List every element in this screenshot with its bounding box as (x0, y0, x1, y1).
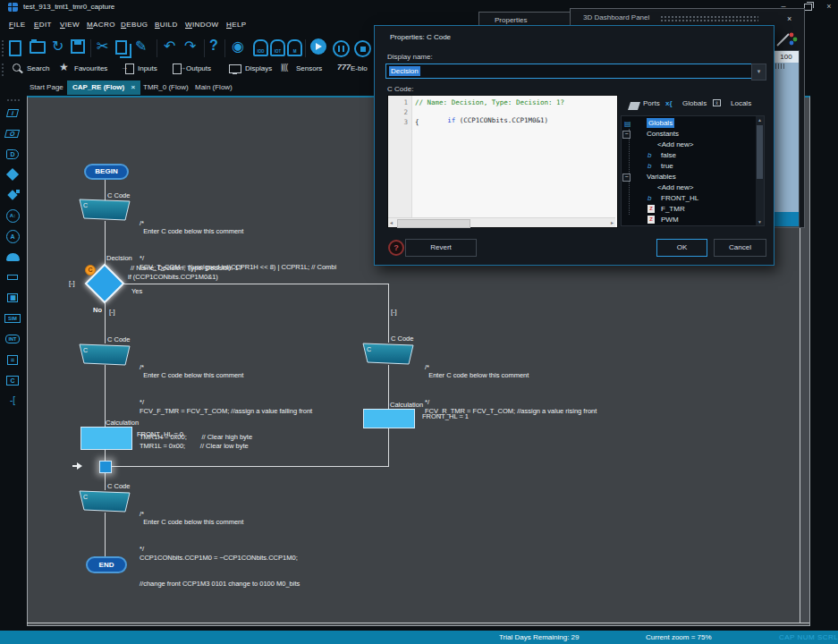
tree-item-globals[interactable]: ▤ Globals (622, 118, 764, 128)
dashboard-gauge[interactable]: 100 (773, 50, 800, 227)
eblocks-button[interactable]: E-blo (351, 64, 368, 72)
cut-icon[interactable]: ✂ (97, 38, 108, 59)
tree-item-true[interactable]: b true (622, 161, 764, 171)
menu-edit[interactable]: EDIT (34, 21, 52, 29)
tab-cap-re-flow[interactable]: CAP_RE (Flow) × (67, 80, 140, 95)
tab-main-flow[interactable]: Main (Flow) (195, 80, 233, 95)
revert-help-icon[interactable]: ? (388, 240, 404, 256)
tree-item-add-variable[interactable]: <Add new> (622, 182, 764, 192)
menu-build[interactable]: BUILD (155, 21, 178, 29)
outputs-icon[interactable]: → (173, 64, 182, 74)
calculation-block-left[interactable] (80, 427, 132, 450)
begin-block[interactable]: BEGIN (84, 164, 129, 180)
menu-window[interactable]: WINDOW (185, 21, 219, 29)
cancel-button[interactable]: Cancel (714, 239, 766, 257)
shape-output-icon[interactable]: O (3, 124, 22, 142)
displays-icon[interactable] (229, 64, 241, 73)
restore-button[interactable] (804, 4, 812, 11)
display-name-dropdown[interactable]: ▾ (751, 64, 766, 80)
breakpoint-badge[interactable]: C (85, 265, 96, 275)
redo-icon[interactable]: ↷ (184, 38, 196, 59)
tree-item-false[interactable]: b false (622, 150, 764, 160)
shape-component-macro-icon[interactable] (3, 268, 22, 286)
shape-macro-icon[interactable] (3, 248, 22, 266)
c-glyph: C (83, 202, 88, 208)
favourites-star-icon[interactable]: ★ (59, 61, 69, 73)
shape-input-icon[interactable]: I (3, 104, 22, 122)
shape-ccode-icon[interactable]: C (3, 371, 22, 389)
tab-locals[interactable]: Locals (731, 99, 751, 107)
inputs-button[interactable]: Inputs (138, 64, 157, 72)
help-icon[interactable]: ? (209, 38, 218, 59)
collapse-icon[interactable]: − (622, 131, 631, 139)
undo-icon[interactable]: ↶ (164, 38, 175, 59)
tab-tmr0-flow[interactable]: TMR_0 (Flow) (143, 80, 189, 95)
merge-junction[interactable] (99, 461, 112, 473)
revert-button[interactable]: Revert (405, 239, 477, 257)
sensors-icon[interactable]: |((( (281, 63, 287, 72)
style-brush-icon[interactable] (775, 30, 798, 48)
sensors-button[interactable]: Sensors (296, 64, 322, 72)
editor-hscrollbar[interactable]: ◂ ▸ (388, 217, 615, 227)
tree-scrollbar[interactable]: ▲ ▼ (756, 116, 764, 225)
tree-item-f-tmr[interactable]: Z F_TMR (622, 204, 764, 214)
paste-icon[interactable]: ✎ (135, 38, 147, 59)
toolbar-grip[interactable] (1, 39, 5, 57)
inputs-icon[interactable]: → (125, 64, 134, 74)
shape-sim-icon[interactable]: SIM (3, 309, 22, 327)
tree-item-add-constant[interactable]: <Add new> (622, 140, 764, 149)
tab-globals[interactable]: Globals (682, 99, 707, 107)
tree-item-pwm[interactable]: Z PWM (622, 215, 764, 225)
menu-view[interactable]: VIEW (60, 21, 80, 29)
toolbar-grip-2[interactable] (1, 63, 5, 77)
shape-connection-icon[interactable]: A: (3, 207, 22, 225)
tree-item-front-hl[interactable]: b FRONT_HL (622, 193, 764, 203)
collapse-marker[interactable]: [-] (69, 279, 75, 287)
view-icon[interactable]: ◉ (232, 38, 244, 59)
scroll-up-icon[interactable]: ▲ (756, 117, 764, 123)
menu-help[interactable]: HELP (226, 21, 247, 29)
scroll-thumb[interactable] (757, 125, 763, 179)
eblocks-icon[interactable]: 777 (337, 63, 351, 72)
favourites-button[interactable]: Favourites (74, 64, 107, 72)
menu-macro[interactable]: MACRO (87, 21, 115, 29)
search-button[interactable]: Search (27, 64, 49, 72)
gauge-value: 100 (774, 51, 799, 63)
tab-start-page[interactable]: Start Page (30, 80, 63, 95)
properties-dialog[interactable]: Properties: C Code Display name: Decisio… (374, 25, 775, 266)
shape-goto-icon[interactable]: A (3, 227, 22, 245)
menu-file[interactable]: FILE (9, 21, 26, 29)
scroll-thumb[interactable] (397, 219, 470, 228)
displays-button[interactable]: Displays (245, 64, 272, 72)
shape-calc-box-icon[interactable]: = (3, 351, 22, 369)
shape-switch-icon[interactable] (3, 186, 22, 204)
shape-comment-icon[interactable]: -[ (3, 391, 22, 409)
tree-item-constants[interactable]: − Constants (622, 129, 764, 139)
collapse-marker[interactable]: [-] (109, 308, 115, 316)
collapse-icon[interactable]: − (622, 174, 631, 182)
shape-decision-icon[interactable] (3, 165, 22, 183)
ok-button[interactable]: OK (656, 239, 707, 257)
calculation-block-right[interactable] (363, 409, 415, 428)
tab-ports[interactable]: Ports (643, 99, 660, 107)
scroll-left-icon[interactable]: ◂ (390, 218, 393, 227)
scroll-right-icon[interactable]: ▸ (611, 218, 614, 227)
tree-item-variables[interactable]: − Variables (622, 172, 764, 182)
dashboard-close-icon[interactable]: × (787, 14, 791, 23)
shape-toolbar-grip[interactable] (6, 98, 21, 102)
variables-tree[interactable]: ▤ Globals − Constants <Add new> b false … (621, 115, 765, 226)
display-name-input[interactable]: Decision (385, 64, 755, 79)
reload-icon[interactable]: ↻ (52, 38, 63, 59)
menu-debug[interactable]: DEBUG (121, 21, 148, 29)
tab-close-icon[interactable]: × (131, 83, 135, 91)
shape-interrupt-icon[interactable]: INT (3, 330, 22, 348)
outputs-button[interactable]: Outputs (186, 64, 211, 72)
search-icon[interactable] (13, 64, 21, 72)
collapse-marker[interactable]: [-] (391, 308, 397, 316)
end-block[interactable]: END (86, 556, 127, 573)
code-editor[interactable]: 1 2 3 // Name: Decision, Type: Decision:… (387, 95, 618, 228)
scroll-down-icon[interactable]: ▼ (756, 219, 764, 225)
shape-delay-icon[interactable]: D (3, 145, 22, 163)
shape-calculation-icon[interactable]: ▦ (3, 289, 22, 307)
close-button[interactable]: × (823, 2, 835, 11)
